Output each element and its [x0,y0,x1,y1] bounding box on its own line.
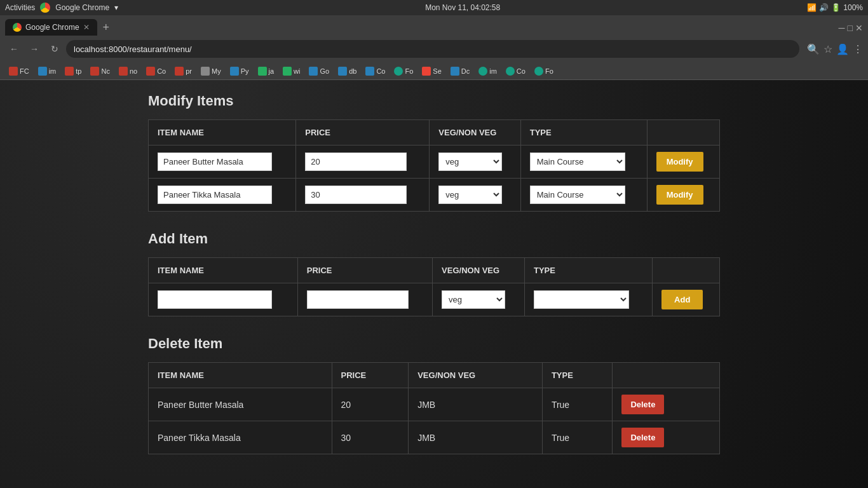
add-button[interactable]: Add [661,290,703,309]
active-tab[interactable]: Google Chrome ✕ [5,19,97,36]
activities-label[interactable]: Activities [5,3,35,12]
add-table: ITEM NAME PRICE VEG/NON VEG TYPE [148,257,720,316]
bookmark-im2-icon [478,67,487,76]
bookmark-db[interactable]: db [334,65,360,77]
add-item-cell [149,283,298,316]
bookmark-fo1-icon [394,67,403,76]
search-icon[interactable]: 🔍 [807,43,820,55]
add-price-cell [297,283,432,316]
bookmark-co3[interactable]: Co [502,65,529,77]
delete-row2-action-cell: Delete [613,421,720,454]
modify-row2-type-cell: Main Course Starter Dessert Drinks [520,179,647,212]
bookmark-co2-icon [365,67,374,76]
forward-button[interactable]: → [25,40,43,58]
tab-label: Google Chrome [25,23,79,32]
add-item-input[interactable] [158,290,272,309]
delete-row2-item-cell: Paneer Tikka Masala [149,421,332,454]
bookmark-wi[interactable]: wi [279,65,304,77]
os-bar: Activities Google Chrome ▾ Mon Nov 11, 0… [0,0,868,15]
bookmark-db-icon [338,67,347,76]
modify-section: Modify Items ITEM NAME PRICE VEG/NON VEG… [148,93,720,212]
tab-chrome-icon [13,23,22,32]
close-browser-button[interactable]: ✕ [855,23,863,33]
os-bar-center: Mon Nov 11, 04:02:58 [425,3,500,12]
modify-row2-action-cell: Modify [647,179,719,212]
bookmark-fc[interactable]: FC [5,65,33,77]
modify-row1-veg-select[interactable]: veg non veg [438,152,502,171]
bookmark-dc-icon [451,67,459,76]
modify-row1-item-input[interactable] [158,152,272,171]
modify-row1-type-select[interactable]: Main Course Starter Dessert Drinks [530,152,625,171]
delete-row1-price-cell: 20 [332,388,409,421]
delete-row1-button[interactable]: Delete [621,395,664,414]
modify-row2-price-input[interactable] [305,186,407,204]
bookmark-tp-icon [65,67,74,76]
bookmark-fo2[interactable]: Fo [531,65,557,77]
table-row: Paneer Tikka Masala 30 JMB True Delete [149,421,720,454]
menu-icon[interactable]: ⋮ [853,43,863,55]
bookmark-co1[interactable]: Co [142,65,170,77]
back-button[interactable]: ← [5,40,23,58]
delete-row1-item-cell: Paneer Butter Masala [149,388,332,421]
bookmarks-bar: FC im tp Nc no Co pr My Py ja wi Go db C… [0,62,868,80]
table-row: veg non veg Main Course Starter Dessert … [149,179,720,212]
maximize-button[interactable]: □ [848,23,853,33]
bookmark-ja[interactable]: ja [254,65,278,77]
bookmark-co2[interactable]: Co [362,65,389,77]
bookmark-go[interactable]: Go [305,65,333,77]
delete-table: ITEM NAME PRICE VEG/NON VEG TYPE Paneer … [148,362,720,454]
new-tab-button[interactable]: + [97,19,115,36]
table-row: veg non veg Main Course Starter Dessert … [149,283,720,316]
add-veg-select[interactable]: veg non veg [442,290,505,309]
bookmark-dc[interactable]: Dc [447,65,473,77]
star-icon[interactable]: ☆ [824,43,832,55]
modify-row1-action-cell: Modify [647,146,719,179]
bookmark-my-icon [201,67,210,76]
modify-row2-type-select[interactable]: Main Course Starter Dessert Drinks [530,186,625,204]
datetime-label: Mon Nov 11, 04:02:58 [425,3,500,12]
bookmark-tp[interactable]: tp [61,65,85,77]
modify-row2-button[interactable]: Modify [656,185,703,205]
bookmark-ja-icon [258,67,267,76]
browser-label: Google Chrome [55,3,109,12]
delete-col-action [613,363,720,388]
reload-button[interactable]: ↻ [46,40,64,58]
bookmark-fo1[interactable]: Fo [390,65,417,77]
address-bar[interactable] [66,40,799,58]
bookmark-se[interactable]: Se [418,65,445,77]
tab-close-icon[interactable]: ✕ [83,23,90,32]
modify-row2-price-cell [296,179,430,212]
modify-row1-price-cell [296,146,430,179]
dropdown-arrow[interactable]: ▾ [114,3,118,12]
bookmark-nc[interactable]: Nc [86,65,113,77]
modify-row1-item-cell [149,146,296,179]
bookmark-fc-icon [9,67,18,76]
browser-toolbar: ← → ↻ 🔍 ☆ 👤 ⋮ [0,36,868,62]
user-icon[interactable]: 👤 [836,43,849,55]
minimize-button[interactable]: ─ [839,23,845,33]
main-content: Modify Items ITEM NAME PRICE VEG/NON VEG… [129,80,739,486]
delete-col-veg: VEG/NON VEG [409,363,543,388]
bookmark-co1-icon [146,67,155,76]
delete-row2-type-cell: True [542,421,613,454]
tab-bar: Google Chrome ✕ + ─ □ ✕ [0,15,868,36]
bookmark-go-icon [309,67,318,76]
modify-row1-button[interactable]: Modify [656,152,703,172]
add-price-input[interactable] [307,290,409,309]
delete-row2-button[interactable]: Delete [621,428,664,447]
modify-col-type: TYPE [520,120,647,146]
modify-row1-price-input[interactable] [305,152,407,171]
bookmark-no[interactable]: no [115,65,141,77]
bookmark-py[interactable]: Py [226,65,253,77]
bookmark-im2[interactable]: im [475,65,501,77]
table-row: veg non veg Main Course Starter Dessert … [149,146,720,179]
bookmark-wi-icon [283,67,292,76]
bookmark-pr[interactable]: pr [171,65,196,77]
add-type-select[interactable]: Main Course Starter Dessert Drinks [534,290,629,309]
delete-row2-veg-cell: JMB [409,421,543,454]
bookmark-im1[interactable]: im [34,65,60,77]
modify-row2-item-input[interactable] [158,186,272,204]
delete-col-type: TYPE [542,363,613,388]
bookmark-my[interactable]: My [197,65,225,77]
modify-row2-veg-select[interactable]: veg non veg [438,186,502,204]
